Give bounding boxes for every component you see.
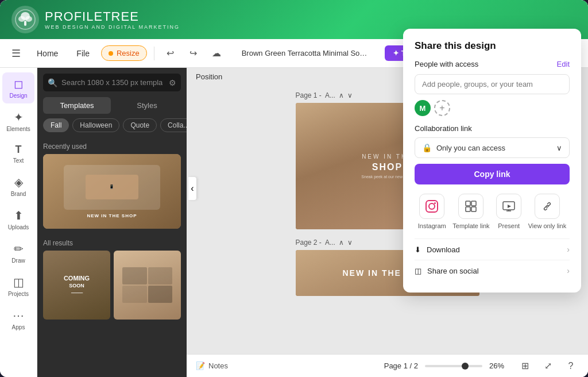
sidebar-item-draw[interactable]: ✏ Draw [2,237,34,268]
filter-tag-colla[interactable]: Colla... [160,118,187,132]
download-row[interactable]: ⬇ Download › [415,238,570,260]
page-1-suffix: A... [325,91,335,99]
tab-styles[interactable]: Styles [113,97,181,114]
tab-row: Templates Styles [37,97,187,118]
template-thumb-2[interactable]: COMING SOON ━━━━━ [43,251,110,320]
brand-logo: PROFILETREE WEB DESIGN AND DIGITAL MARKE… [11,6,180,33]
share-social-label: Share on social [427,267,479,275]
zoom-slider[interactable] [425,365,482,367]
collab-link-left: 🔒 Only you can access [422,143,505,152]
sidebar-item-apps[interactable]: ⋯ Apps [2,304,34,335]
filter-tag-halloween[interactable]: Halloween [72,118,119,132]
left-sidebar: ◻ Design ✦ Elements T Text ◈ Brand ⬆ Upl… [0,68,37,377]
download-left: ⬇ Download [415,245,460,254]
present-label: Present [498,222,520,229]
undo-button[interactable]: ↩ [161,44,180,63]
copy-link-button[interactable]: Copy link [415,164,570,184]
all-results-grid: COMING SOON ━━━━━ [43,251,181,320]
recently-used-label: Recently used [43,138,181,154]
present-icon [496,194,521,219]
page-2-chevron-up[interactable]: ∧ [339,238,344,247]
grid-button[interactable]: ⊞ [517,358,533,374]
collapse-handle[interactable]: ‹ [188,177,196,200]
brand-icon: ◈ [14,175,23,189]
filter-icon[interactable]: ⚙ [169,78,176,87]
text-icon: T [16,144,22,156]
share-icons-row: Instagram Template link Present [415,194,570,229]
sidebar-item-uploads[interactable]: ⬆ Uploads [2,204,34,235]
template-link-icon [458,194,483,219]
sidebar-item-design[interactable]: ◻ Design [2,72,34,103]
resize-button[interactable]: Resize [101,45,147,61]
svg-point-7 [434,202,436,204]
elements-icon: ✦ [14,110,24,124]
share-view-only-link[interactable]: View only link [528,194,566,229]
search-input[interactable] [43,74,181,91]
people-access-label: People with access [415,68,478,68]
share-template-link[interactable]: Template link [452,194,489,229]
lock-icon: 🔒 [422,143,432,152]
svg-rect-5 [426,201,438,212]
svg-rect-4 [24,21,26,26]
page-indicator: Page 1 / 2 [384,361,418,370]
file-nav[interactable]: File [69,45,96,61]
share-present[interactable]: Present [496,194,521,229]
user-avatar: M [415,100,431,116]
brand-text: PROFILETREE WEB DESIGN AND DIGITAL MARKE… [45,9,180,30]
zoom-level: 26% [489,361,510,370]
svg-rect-9 [471,201,476,206]
home-nav[interactable]: Home [30,45,65,61]
sidebar-item-text[interactable]: T Text [2,139,34,168]
apps-icon: ⋯ [13,309,24,322]
template-recently-used[interactable]: 📱 NEW IN THE SHOP [43,154,181,229]
help-button[interactable]: ? [563,358,579,374]
template-thumb-3[interactable] [114,251,181,320]
instagram-icon [419,194,444,219]
slider-track [425,365,482,367]
edit-link[interactable]: Edit [557,68,570,68]
svg-point-2 [18,16,25,22]
templates-panel: 🔍 ⚙ Templates Styles Fall Halloween Quot… [37,68,187,377]
filter-tag-quote[interactable]: Quote [123,118,157,132]
sidebar-item-elements[interactable]: ✦ Elements [2,106,34,137]
download-chevron-icon: › [567,245,570,254]
redo-button[interactable]: ↪ [184,44,203,63]
all-results-label: All results [43,234,181,251]
instagram-label: Instagram [418,222,446,229]
menu-icon[interactable]: ☰ [7,44,25,63]
sidebar-item-projects[interactable]: ◫ Projects [2,271,34,302]
templates-scroll: Recently used 📱 NEW IN THE SHOP [37,138,187,377]
share-panel: Share this design People with access Edi… [403,68,581,293]
template-link-label: Template link [452,222,489,229]
svg-point-3 [25,16,32,22]
bottom-bar: 📝 Notes Page 1 / 2 26% ⊞ ⤢ ? [187,354,588,377]
page-1-label: Page 1 - [296,91,322,99]
page-1-chevron-up[interactable]: ∧ [339,91,344,99]
people-access-row: People with access Edit [415,68,570,68]
divider-1 [154,47,154,60]
cloud-save-icon[interactable]: ☁ [207,44,226,63]
fullscreen-button[interactable]: ⤢ [540,358,556,374]
notes-button[interactable]: 📝 Notes [196,361,228,370]
search-icon: 🔍 [48,78,57,87]
page-1-chevron-down[interactable]: ∨ [347,91,353,99]
tab-templates[interactable]: Templates [43,97,111,114]
share-instagram[interactable]: Instagram [418,194,446,229]
svg-rect-8 [466,201,470,206]
filter-tag-fall[interactable]: Fall [43,118,69,132]
page-2-label: Page 2 - [296,238,322,247]
add-people-input[interactable] [415,74,570,94]
page-2-chevron-down[interactable]: ∨ [347,238,353,247]
share-social-row[interactable]: ◫ Share on social › [415,260,570,281]
add-person-button[interactable]: + [434,100,450,116]
view-only-link-label: View only link [528,222,566,229]
sidebar-item-brand[interactable]: ◈ Brand [2,171,34,202]
projects-icon: ◫ [13,275,24,289]
collab-link-dropdown[interactable]: 🔒 Only you can access ∨ [415,137,570,158]
main-content: ◻ Design ✦ Elements T Text ◈ Brand ⬆ Upl… [0,68,588,377]
search-container: 🔍 ⚙ [37,68,187,97]
template-thumb-1[interactable]: 📱 NEW IN THE SHOP [43,154,181,229]
uploads-icon: ⬆ [14,209,24,222]
brand-name: PROFILETREE [45,9,180,24]
access-label: Only you can access [436,144,505,152]
